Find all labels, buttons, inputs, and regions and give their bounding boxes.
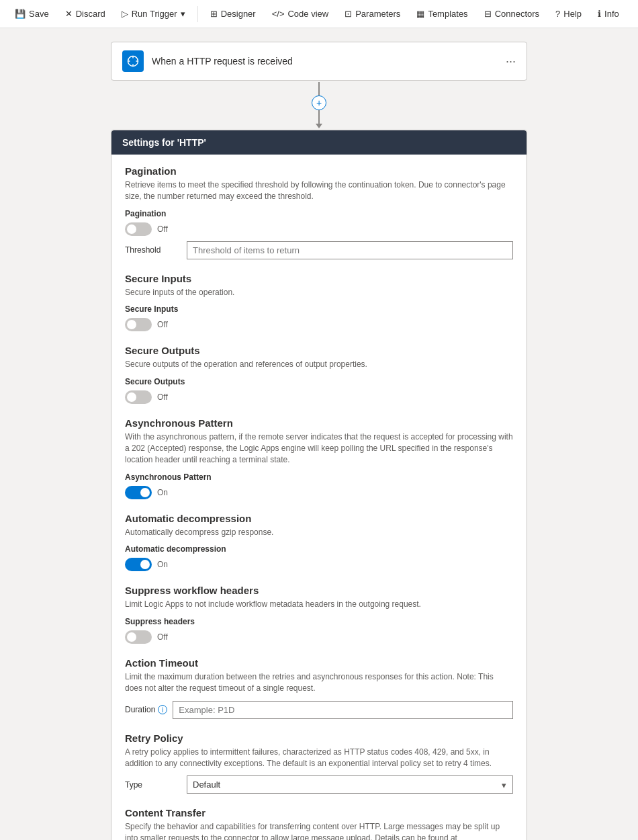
auto-decomp-title: Automatic decompression — [125, 513, 513, 524]
async-pattern-toggle-row: Asynchronous Pattern On — [125, 472, 513, 499]
pagination-title: Pagination — [125, 165, 513, 177]
pagination-toggle-container: Off — [125, 222, 513, 236]
arrow-line-top — [318, 82, 320, 95]
secure-inputs-desc: Secure inputs of the operation. — [125, 287, 513, 298]
suppress-headers-toggle-row: Suppress headers Off — [125, 617, 513, 644]
secure-inputs-toggle-state: Off — [157, 320, 168, 329]
secure-outputs-toggle-thumb — [127, 392, 136, 402]
secure-inputs-toggle-label: Secure Inputs — [125, 304, 513, 314]
content-transfer-desc: Specify the behavior and capabilities fo… — [125, 821, 513, 840]
auto-decomp-toggle-thumb — [140, 560, 150, 569]
trigger-card: When a HTTP request is received ··· — [111, 42, 527, 81]
add-step-button[interactable]: + — [312, 95, 326, 110]
canvas: When a HTTP request is received ··· + Se… — [0, 28, 638, 840]
settings-panel: Settings for 'HTTP' Pagination Retrieve … — [111, 130, 527, 840]
discard-button[interactable]: ✕ Discard — [58, 6, 112, 22]
async-pattern-toggle-label: Asynchronous Pattern — [125, 472, 513, 482]
arrow-line-bottom — [318, 110, 320, 124]
templates-button[interactable]: ▦ Templates — [410, 6, 474, 22]
secure-outputs-toggle-state: Off — [157, 392, 168, 402]
secure-inputs-toggle-thumb — [127, 320, 136, 329]
auto-decomp-toggle[interactable] — [125, 558, 152, 571]
connector-arrow: + — [312, 82, 326, 128]
auto-decomp-desc: Automatically decompress gzip response. — [125, 527, 513, 538]
run-trigger-button[interactable]: ▷ Run Trigger ▾ — [115, 6, 192, 22]
suppress-headers-desc: Limit Logic Apps to not include workflow… — [125, 599, 513, 610]
connectors-button[interactable]: ⊟ Connectors — [477, 6, 546, 22]
action-timeout-section: Action Timeout Limit the maximum duratio… — [125, 657, 513, 719]
pagination-toggle-thumb — [127, 224, 136, 234]
connectors-icon: ⊟ — [484, 9, 492, 19]
dropdown-arrow-icon: ▾ — [181, 9, 185, 19]
more-options-button[interactable]: ··· — [506, 54, 516, 69]
pagination-toggle-row: Pagination Off — [125, 209, 513, 236]
secure-outputs-section: Secure Outputs Secure outputs of the ope… — [125, 345, 513, 404]
async-pattern-title: Asynchronous Pattern — [125, 417, 513, 429]
secure-outputs-toggle-container: Off — [125, 390, 513, 404]
auto-decomp-toggle-container: On — [125, 558, 513, 571]
retry-policy-title: Retry Policy — [125, 732, 513, 744]
suppress-headers-toggle-state: Off — [157, 632, 168, 642]
designer-icon: ⊞ — [210, 9, 218, 19]
secure-outputs-toggle[interactable] — [125, 390, 152, 404]
separator — [197, 6, 198, 22]
auto-decomp-toggle-row: Automatic decompression On — [125, 544, 513, 571]
play-icon: ▷ — [122, 9, 128, 19]
secure-outputs-toggle-label: Secure Outputs — [125, 377, 513, 386]
settings-body: Pagination Retrieve items to meet the sp… — [111, 155, 527, 840]
async-pattern-toggle-container: On — [125, 486, 513, 499]
pagination-toggle-label: Pagination — [125, 209, 513, 218]
content-transfer-section: Content Transfer Specify the behavior an… — [125, 807, 513, 840]
threshold-row: Threshold — [125, 241, 513, 259]
suppress-headers-toggle[interactable] — [125, 630, 152, 644]
secure-inputs-section: Secure Inputs Secure inputs of the opera… — [125, 273, 513, 332]
action-timeout-title: Action Timeout — [125, 657, 513, 669]
pagination-toggle-state: Off — [157, 224, 168, 234]
pagination-toggle[interactable] — [125, 222, 152, 236]
save-button[interactable]: 💾 Save — [8, 6, 56, 22]
trigger-icon — [122, 50, 144, 72]
retry-policy-section: Retry Policy A retry policy applies to i… — [125, 732, 513, 794]
suppress-headers-section: Suppress workflow headers Limit Logic Ap… — [125, 585, 513, 644]
suppress-headers-toggle-label: Suppress headers — [125, 617, 513, 626]
designer-button[interactable]: ⊞ Designer — [203, 6, 263, 22]
secure-inputs-toggle[interactable] — [125, 318, 152, 331]
help-icon: ? — [555, 9, 560, 19]
async-pattern-section: Asynchronous Pattern With the asynchrono… — [125, 417, 513, 499]
pagination-section: Pagination Retrieve items to meet the sp… — [125, 165, 513, 259]
pagination-desc: Retrieve items to meet the specified thr… — [125, 179, 513, 202]
auto-decomp-section: Automatic decompression Automatically de… — [125, 513, 513, 572]
discard-icon: ✕ — [65, 9, 73, 19]
toolbar: 💾 Save ✕ Discard ▷ Run Trigger ▾ ⊞ Desig… — [0, 0, 638, 28]
auto-decomp-toggle-label: Automatic decompression — [125, 544, 513, 554]
duration-input[interactable] — [173, 701, 513, 719]
code-icon: </> — [272, 9, 285, 19]
async-pattern-toggle-state: On — [157, 488, 168, 497]
async-pattern-desc: With the asynchronous pattern, if the re… — [125, 431, 513, 465]
duration-label: Duration i — [125, 705, 167, 714]
trigger-title: When a HTTP request is received — [152, 56, 498, 67]
save-icon: 💾 — [15, 9, 26, 19]
retry-type-label: Type — [125, 780, 179, 790]
suppress-headers-toggle-container: Off — [125, 630, 513, 644]
async-pattern-toggle-thumb — [140, 488, 150, 497]
parameters-icon: ⊡ — [345, 9, 352, 19]
secure-outputs-desc: Secure outputs of the operation and refe… — [125, 359, 513, 370]
secure-inputs-toggle-row: Secure Inputs Off — [125, 304, 513, 331]
retry-type-row: Type Default None Exponential interval F… — [125, 775, 513, 794]
secure-inputs-toggle-container: Off — [125, 318, 513, 331]
async-pattern-toggle[interactable] — [125, 486, 152, 499]
auto-decomp-toggle-state: On — [157, 560, 168, 569]
parameters-button[interactable]: ⊡ Parameters — [338, 6, 407, 22]
action-timeout-desc: Limit the maximum duration between the r… — [125, 671, 513, 694]
threshold-label: Threshold — [125, 245, 179, 255]
info-icon: ℹ — [598, 9, 601, 19]
content-transfer-title: Content Transfer — [125, 807, 513, 818]
retry-type-select[interactable]: Default None Exponential interval Fixed … — [187, 775, 513, 794]
templates-icon: ▦ — [416, 9, 424, 19]
threshold-input[interactable] — [187, 241, 513, 259]
code-view-button[interactable]: </> Code view — [265, 6, 336, 22]
duration-info-icon[interactable]: i — [158, 705, 167, 714]
help-button[interactable]: ? Help — [549, 6, 588, 22]
info-button[interactable]: ℹ Info — [591, 6, 626, 22]
